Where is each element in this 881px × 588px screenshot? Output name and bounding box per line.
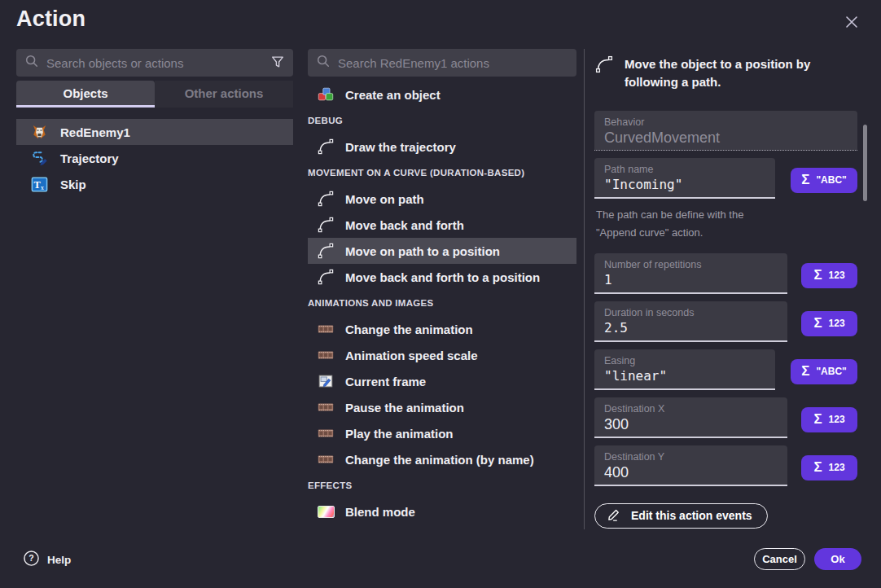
action-row[interactable]: Move on path to a position <box>308 238 576 264</box>
action-row[interactable]: Change the animation (by name) <box>308 446 576 472</box>
section-header: ANIMATIONS AND IMAGES <box>308 290 576 316</box>
easing-input[interactable] <box>604 368 765 384</box>
page-title: Action <box>16 7 85 32</box>
expression-kind-label: 123 <box>829 462 845 473</box>
action-row[interactable]: Move back and forth to a position <box>308 264 576 290</box>
sigma-icon: Σ <box>813 459 822 476</box>
close-button[interactable] <box>840 11 863 34</box>
object-row-trajectory[interactable]: Trajectory <box>16 145 293 171</box>
blend-icon <box>316 506 335 518</box>
action-label: Change the animation (by name) <box>345 453 534 467</box>
path-name-label: Path name <box>604 164 765 175</box>
action-label: Move on path to a position <box>345 244 500 258</box>
tab-other-actions[interactable]: Other actions <box>155 81 293 108</box>
object-tabs: ObjectsOther actions <box>16 81 293 108</box>
repetitions-label: Number of repetitions <box>604 259 778 270</box>
search-icon <box>24 54 39 72</box>
action-row[interactable]: Blend mode <box>308 498 576 524</box>
action-dialog: Action ObjectsOther actions RedEnemy1Tra… <box>0 0 881 588</box>
sigma-icon: Σ <box>813 315 822 331</box>
funnel-icon <box>270 55 285 72</box>
curve-icon <box>316 216 335 234</box>
red-enemy-icon <box>29 123 49 142</box>
destination-y-input[interactable] <box>604 464 778 481</box>
action-label: Draw the trajectory <box>345 140 456 154</box>
destination-x-input[interactable] <box>604 416 778 433</box>
expression-kind-label: 123 <box>829 318 845 329</box>
film-icon <box>316 320 335 338</box>
field-row-destination-y: Destination YΣ123 <box>594 445 857 486</box>
path-name-input[interactable] <box>604 177 765 192</box>
action-row[interactable]: Move back and forth <box>308 212 576 238</box>
duration-label: Duration in seconds <box>604 307 778 318</box>
action-row[interactable]: Create an object <box>308 81 576 108</box>
field-row-behavior: BehaviorCurvedMovement <box>594 111 857 151</box>
sigma-icon: Σ <box>813 411 822 428</box>
action-list: Create an objectDEBUGDraw the trajectory… <box>308 81 576 524</box>
action-row[interactable]: Current frame <box>308 368 576 394</box>
ok-button[interactable]: Ok <box>814 548 861 570</box>
curve-icon <box>316 138 335 156</box>
expression-kind-label: 123 <box>829 270 845 281</box>
action-row[interactable]: Play the animation <box>308 420 576 446</box>
objects-search-bar <box>16 49 293 77</box>
behavior-label: Behavior <box>604 116 848 128</box>
section-header: MOVEMENT ON A CURVE (DURATION-BASED) <box>308 160 576 186</box>
action-label: Animation speed scale <box>345 349 478 362</box>
destination-y-expression-button[interactable]: Σ123 <box>801 455 857 480</box>
create-object-icon <box>316 86 335 103</box>
destination-x-label: Destination X <box>604 403 778 415</box>
actions-search-input[interactable] <box>338 56 568 70</box>
expression-kind-label: 123 <box>829 414 845 425</box>
easing-field: Easing <box>594 349 775 390</box>
trajectory-icon <box>29 149 49 168</box>
behavior-value: CurvedMovement <box>604 129 848 147</box>
help-button[interactable]: ? Help <box>23 550 71 569</box>
destination-y-field: Destination Y <box>594 445 787 486</box>
sigma-icon: Σ <box>801 363 809 380</box>
action-row[interactable]: Draw the trajectory <box>308 134 576 160</box>
action-detail-panel: Move the object to a position by followi… <box>594 54 857 529</box>
action-row[interactable]: Animation speed scale <box>308 342 576 368</box>
behavior-field: BehaviorCurvedMovement <box>594 111 857 151</box>
action-label: Current frame <box>345 375 426 388</box>
object-list: RedEnemy1TrajectoryTxSkip <box>16 119 293 197</box>
action-row[interactable]: Pause the animation <box>308 394 576 420</box>
destination-x-expression-button[interactable]: Σ123 <box>801 407 857 432</box>
duration-input[interactable] <box>604 320 778 336</box>
easing-expression-button[interactable]: Σ"ABC" <box>791 359 857 384</box>
field-row-destination-x: Destination XΣ123 <box>594 397 857 438</box>
action-label: Change the animation <box>345 323 473 336</box>
tab-objects[interactable]: Objects <box>16 81 155 108</box>
repetitions-field: Number of repetitions <box>594 253 787 294</box>
curve-icon <box>594 54 614 91</box>
film-icon <box>316 450 335 468</box>
object-row-redenemy1[interactable]: RedEnemy1 <box>16 119 293 145</box>
curve-icon <box>316 242 335 260</box>
object-row-skip[interactable]: TxSkip <box>16 171 293 197</box>
duration-expression-button[interactable]: Σ123 <box>801 311 857 336</box>
expression-kind-label: "ABC" <box>816 366 846 377</box>
path-name-expression-button[interactable]: Σ"ABC" <box>791 168 857 193</box>
film-icon <box>316 346 335 364</box>
field-row-repetitions: Number of repetitionsΣ123 <box>594 253 857 294</box>
repetitions-input[interactable] <box>604 272 778 287</box>
action-row[interactable]: Change the animation <box>308 316 576 342</box>
action-label: Create an object <box>345 88 440 102</box>
action-row[interactable]: Move on path <box>308 186 576 212</box>
edit-action-events-button[interactable]: Edit this action events <box>594 503 768 529</box>
text-object-icon: Tx <box>29 175 49 194</box>
duration-field: Duration in seconds <box>594 301 787 342</box>
pencil-icon <box>607 507 622 524</box>
repetitions-expression-button[interactable]: Σ123 <box>801 263 857 288</box>
close-icon <box>844 15 859 32</box>
help-label: Help <box>47 554 71 566</box>
cancel-button[interactable]: Cancel <box>754 548 805 570</box>
help-icon: ? <box>23 550 40 569</box>
sigma-icon: Σ <box>813 267 822 283</box>
scrollbar-thumb[interactable] <box>863 125 867 201</box>
objects-search-input[interactable] <box>46 56 263 70</box>
section-header: DEBUG <box>308 108 576 134</box>
filter-button[interactable] <box>270 55 285 72</box>
action-label: Play the animation <box>345 427 454 441</box>
